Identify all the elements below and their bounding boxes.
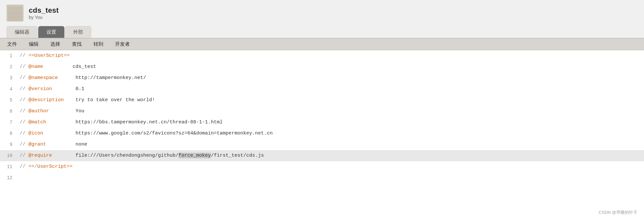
menu-goto[interactable]: 转到 — [92, 40, 105, 48]
line-content: // ==/UserScript== — [18, 161, 644, 172]
table-row: 6 // @author You — [0, 106, 644, 117]
menu-file[interactable]: 文件 — [6, 40, 18, 48]
table-row: 8 // @icon https://www.google.com/s2/fav… — [0, 128, 644, 139]
menu-edit[interactable]: 编辑 — [27, 40, 40, 48]
table-row: 1 // ==UserScript== — [0, 50, 644, 61]
menu-select[interactable]: 选择 — [49, 40, 61, 48]
menu-find[interactable]: 查找 — [71, 40, 83, 48]
line-number: 10 — [0, 150, 18, 161]
line-content: // @author You — [18, 106, 644, 117]
script-author: by You — [29, 15, 59, 20]
table-row: 12 — [0, 172, 644, 183]
header: cds_test by You — [0, 0, 644, 26]
line-number: 12 — [0, 172, 18, 183]
line-number: 9 — [0, 139, 18, 150]
tab-settings[interactable]: 设置 — [38, 26, 64, 38]
watermark: CSDN @早睡的叶子 — [599, 210, 637, 215]
highlight-selection: force_mokey — [178, 153, 211, 158]
line-content: // @grant none — [18, 139, 644, 150]
table-row: 9 // @grant none — [0, 139, 644, 150]
script-name: cds_test — [29, 6, 59, 15]
line-number: 4 — [0, 84, 18, 95]
line-content: // @icon https://www.google.com/s2/favic… — [18, 128, 644, 139]
tab-editor[interactable]: 编辑器 — [7, 26, 38, 38]
table-row: 4 // @version 0.1 — [0, 84, 644, 95]
menu-developer[interactable]: 开发者 — [114, 40, 131, 48]
line-number: 3 — [0, 72, 18, 84]
menubar: 文件 编辑 选择 查找 转到 开发者 — [0, 38, 644, 50]
line-number: 8 — [0, 128, 18, 139]
tabs-bar: 编辑器 设置 外部 — [0, 26, 644, 38]
editor[interactable]: 1 // ==UserScript== 2 // @name cds_test … — [0, 50, 644, 220]
editor-lines: 1 // ==UserScript== 2 // @name cds_test … — [0, 50, 644, 183]
table-row: 7 // @match https://bbs.tampermonkey.net… — [0, 117, 644, 128]
line-number: 5 — [0, 95, 18, 106]
table-row: 11 // ==/UserScript== — [0, 161, 644, 172]
line-number: 7 — [0, 117, 18, 128]
table-row: 10 // @require file:///Users/chendongshe… — [0, 150, 644, 161]
script-icon — [7, 5, 24, 22]
comment-text: // — [20, 53, 28, 58]
line-content: // @match https://bbs.tampermonkey.net.c… — [18, 117, 644, 128]
line-content: // @name cds_test — [18, 61, 644, 72]
line-number: 2 — [0, 61, 18, 72]
line-content: // ==UserScript== — [18, 50, 644, 61]
line-content: // @description try to take over the wor… — [18, 95, 644, 106]
line-number: 6 — [0, 106, 18, 117]
table-row: 5 // @description try to take over the w… — [0, 95, 644, 106]
script-info: cds_test by You — [29, 6, 59, 20]
line-content: // @version 0.1 — [18, 84, 644, 95]
line-content: // @require file:///Users/chendongsheng/… — [18, 150, 644, 161]
table-row: 3 // @namespace http://tampermonkey.net/ — [0, 72, 644, 84]
line-number: 11 — [0, 161, 18, 172]
table-row: 2 // @name cds_test — [0, 61, 644, 72]
tab-external[interactable]: 外部 — [65, 26, 91, 38]
line-number: 1 — [0, 50, 18, 61]
line-content: // @namespace http://tampermonkey.net/ — [18, 72, 644, 84]
